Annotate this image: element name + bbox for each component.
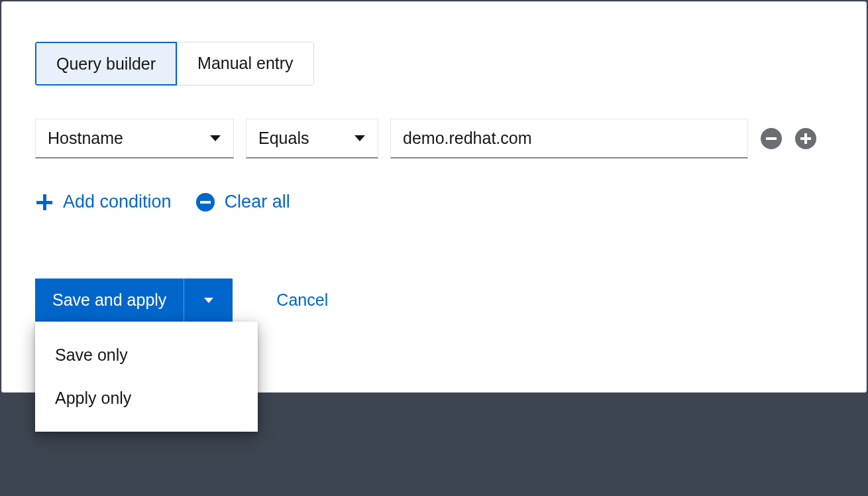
clear-all-label: Clear all	[225, 192, 290, 212]
add-condition-label: Add condition	[63, 192, 172, 212]
plus-icon	[35, 193, 54, 212]
caret-down-icon	[203, 297, 214, 304]
remove-condition-button[interactable]	[760, 127, 783, 150]
field-select-value: Hostname	[48, 129, 123, 148]
save-apply-split-button: Save and apply Save only Apply only	[35, 279, 233, 322]
condition-row: Hostname Equals	[35, 119, 833, 158]
operator-select[interactable]: Equals	[246, 119, 378, 158]
add-condition-button[interactable]	[794, 127, 817, 150]
add-condition-link[interactable]: Add condition	[35, 192, 172, 212]
svg-rect-1	[766, 137, 777, 140]
clear-all-link[interactable]: Clear all	[195, 192, 290, 212]
mode-toggle-group: Query builder Manual entry	[35, 42, 314, 86]
caret-down-icon	[354, 135, 366, 143]
tab-manual-entry[interactable]: Manual entry	[177, 42, 314, 86]
footer-actions: Save and apply Save only Apply only Canc…	[35, 279, 833, 322]
svg-rect-8	[200, 201, 211, 204]
tab-query-builder[interactable]: Query builder	[35, 42, 177, 86]
svg-rect-6	[36, 201, 52, 204]
value-input[interactable]	[390, 119, 748, 158]
save-and-apply-button[interactable]: Save and apply	[35, 279, 184, 322]
svg-rect-4	[804, 133, 807, 144]
link-actions-row: Add condition Clear all	[35, 192, 833, 212]
query-panel: Query builder Manual entry Hostname Equa…	[1, 1, 867, 393]
cancel-link[interactable]: Cancel	[276, 290, 328, 310]
operator-select-value: Equals	[258, 129, 309, 148]
menu-item-apply-only[interactable]: Apply only	[35, 377, 258, 420]
save-and-apply-dropdown-toggle[interactable]	[184, 279, 233, 322]
menu-item-save-only[interactable]: Save only	[35, 334, 258, 377]
field-select[interactable]: Hostname	[35, 119, 234, 158]
caret-down-icon	[209, 135, 221, 143]
save-apply-dropdown-menu: Save only Apply only	[35, 322, 258, 432]
minus-circle-icon	[195, 192, 215, 212]
